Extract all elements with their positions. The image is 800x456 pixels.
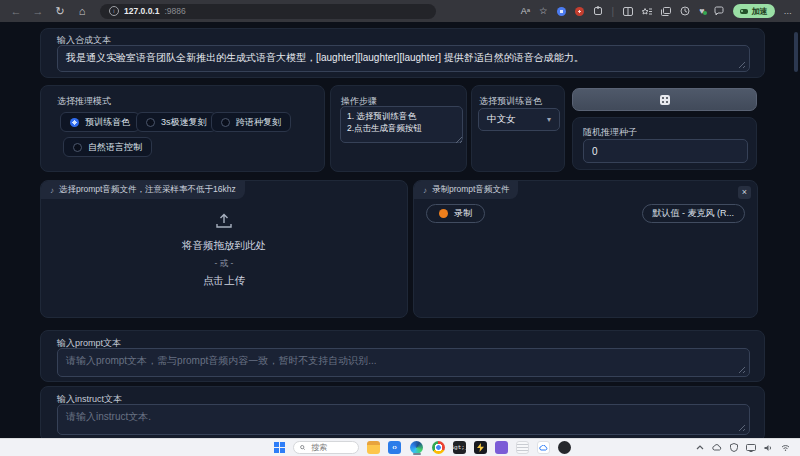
taskbar-center: ‹› &gt;_ bbox=[274, 439, 571, 456]
seed-label: 随机推理种子 bbox=[583, 126, 637, 139]
search-icon bbox=[300, 444, 305, 451]
back-icon[interactable]: ← bbox=[8, 0, 24, 22]
start-button[interactable] bbox=[274, 442, 285, 453]
tray-display-icon[interactable] bbox=[746, 444, 756, 452]
notes-app-icon[interactable] bbox=[516, 441, 529, 454]
purple-app-icon[interactable] bbox=[495, 441, 508, 454]
radio-dot bbox=[73, 143, 82, 152]
voice-dropdown-value: 中文女 bbox=[487, 113, 516, 126]
more-options-icon[interactable]: … bbox=[784, 0, 793, 22]
address-bar[interactable]: i 127.0.0.1:9886 bbox=[100, 4, 436, 19]
chevron-down-icon: ▾ bbox=[547, 115, 551, 124]
split-screen-icon[interactable] bbox=[623, 7, 633, 16]
essentials-status-dot bbox=[703, 11, 707, 15]
copilot-chat-icon[interactable] bbox=[714, 6, 724, 16]
collections-icon[interactable] bbox=[661, 7, 671, 16]
windows-logo-icon bbox=[274, 442, 285, 453]
microphone-device-select[interactable]: 默认值 - 麦克风 (R... bbox=[642, 204, 746, 223]
dark-circle-app-icon[interactable] bbox=[558, 441, 571, 454]
steps-text[interactable]: 1. 选择预训练音色 2.点击生成音频按钮 bbox=[340, 106, 463, 143]
tray-shield-icon[interactable] bbox=[730, 443, 738, 452]
tray-cloud-icon[interactable] bbox=[712, 444, 722, 451]
mode-option-natural-language[interactable]: 自然语言控制 bbox=[63, 137, 152, 157]
taskbar-search[interactable] bbox=[293, 441, 359, 454]
music-note-icon: ♪ bbox=[423, 186, 427, 195]
home-icon[interactable]: ⌂ bbox=[74, 0, 90, 22]
seed-panel: 随机推理种子 bbox=[572, 117, 757, 170]
extension-blue-icon[interactable] bbox=[557, 7, 566, 16]
system-tray bbox=[696, 439, 790, 456]
browser-toolbar: ← → ↻ ⌂ i 127.0.0.1:9886 Aa ☆ | ♥ bbox=[0, 0, 800, 22]
close-icon[interactable]: × bbox=[738, 186, 751, 199]
tray-network-icon[interactable] bbox=[781, 444, 790, 451]
url-port: :9886 bbox=[164, 6, 185, 16]
voice-select-label: 选择预训练音色 bbox=[479, 95, 542, 108]
windows-taskbar: ‹› &gt;_ bbox=[0, 438, 800, 456]
mode-option-pretrained[interactable]: 预训练音色 bbox=[60, 112, 140, 132]
upload-audio-panel[interactable]: ♪ 选择prompt音频文件，注意采样率不低于16khz 将音频拖放到此处 - … bbox=[40, 180, 408, 318]
random-seed-button[interactable] bbox=[572, 88, 757, 111]
gamepad-icon bbox=[740, 9, 748, 14]
extensions-puzzle-icon[interactable] bbox=[593, 6, 603, 16]
prompt-text-input[interactable] bbox=[57, 348, 750, 377]
page-scrollbar[interactable] bbox=[794, 32, 798, 72]
extension-red-icon[interactable] bbox=[575, 7, 584, 16]
radio-dot bbox=[70, 118, 79, 127]
terminal-icon[interactable]: &gt;_ bbox=[453, 441, 466, 454]
browser-essentials-icon[interactable]: ♥ bbox=[699, 6, 704, 16]
upload-dropzone[interactable]: 将音频拖放到此处 - 或 - 点击上传 bbox=[41, 205, 407, 311]
accelerator-extension-pill[interactable]: 加速 bbox=[733, 4, 775, 18]
mode-option-3s-clone[interactable]: 3s极速复刻 bbox=[136, 112, 217, 132]
mode-option-crosslingual[interactable]: 跨语种复刻 bbox=[211, 112, 291, 132]
synth-text-block: 输入合成文本 我是通义实验室语音团队全新推出的生成式语音大模型，[laughte… bbox=[40, 28, 765, 78]
active-app-indicator bbox=[413, 453, 421, 455]
inference-mode-label: 选择推理模式 bbox=[57, 95, 111, 108]
refresh-icon[interactable]: ↻ bbox=[52, 0, 68, 22]
bolt-glyph bbox=[477, 443, 484, 452]
url-host: 127.0.0.1 bbox=[124, 6, 159, 16]
cloud-app-icon[interactable] bbox=[537, 441, 550, 454]
tray-speaker-icon[interactable] bbox=[764, 444, 773, 452]
instruct-text-block: 输入instruct文本 bbox=[40, 386, 765, 438]
steps-panel: 操作步骤 1. 选择预训练音色 2.点击生成音频按钮 bbox=[330, 85, 467, 172]
music-note-icon: ♪ bbox=[50, 186, 54, 195]
prompt-text-block: 输入prompt文本 bbox=[40, 330, 765, 382]
read-aloud-icon[interactable]: Aa bbox=[521, 6, 530, 16]
edge-app[interactable] bbox=[409, 439, 424, 456]
radio-dot bbox=[146, 118, 155, 127]
record-button[interactable]: 录制 bbox=[426, 204, 485, 223]
synth-text-input[interactable]: 我是通义实验室语音团队全新推出的生成式语音大模型，[laughter][laug… bbox=[57, 45, 750, 72]
lightning-app-icon[interactable] bbox=[474, 441, 487, 454]
webapp-page: 输入合成文本 我是通义实验室语音团队全新推出的生成式语音大模型，[laughte… bbox=[0, 22, 800, 438]
radio-dot bbox=[221, 118, 230, 127]
forward-icon[interactable]: → bbox=[30, 0, 46, 22]
record-audio-panel: ♪ 录制prompt音频文件 × 录制 默认值 - 麦克风 (R... bbox=[413, 180, 758, 318]
or-text: - 或 - bbox=[215, 258, 234, 270]
search-input[interactable] bbox=[309, 442, 352, 453]
record-audio-header: ♪ 录制prompt音频文件 bbox=[414, 181, 518, 199]
seed-input[interactable] bbox=[583, 139, 748, 163]
instruct-text-input[interactable] bbox=[57, 404, 750, 435]
vscode-icon[interactable]: ‹› bbox=[388, 441, 401, 454]
chrome-icon[interactable] bbox=[432, 441, 445, 454]
upload-audio-header: ♪ 选择prompt音频文件，注意采样率不低于16khz bbox=[41, 181, 245, 199]
toolbar-divider: | bbox=[612, 6, 615, 17]
voice-dropdown[interactable]: 中文女 ▾ bbox=[478, 108, 560, 131]
click-to-upload-text[interactable]: 点击上传 bbox=[203, 274, 245, 288]
tray-chevron-up-icon[interactable] bbox=[696, 445, 704, 450]
upload-icon bbox=[215, 213, 233, 229]
dice-icon bbox=[659, 94, 671, 106]
favorite-star-icon[interactable]: ☆ bbox=[539, 0, 548, 22]
favorites-bar-icon[interactable] bbox=[642, 7, 652, 16]
voice-select-panel: 选择预训练音色 中文女 ▾ bbox=[471, 85, 565, 172]
site-info-icon[interactable]: i bbox=[109, 6, 119, 16]
cloud-glyph bbox=[539, 445, 548, 451]
file-explorer-icon[interactable] bbox=[367, 441, 380, 454]
inference-mode-panel: 选择推理模式 预训练音色 3s极速复刻 跨语种复刻 自然语言控制 bbox=[40, 85, 325, 172]
drop-here-text: 将音频拖放到此处 bbox=[182, 239, 266, 253]
record-dot-icon bbox=[439, 209, 448, 218]
toolbar-right: Aa ☆ | ♥ 加速 … bbox=[521, 0, 792, 22]
history-icon[interactable] bbox=[680, 6, 690, 16]
